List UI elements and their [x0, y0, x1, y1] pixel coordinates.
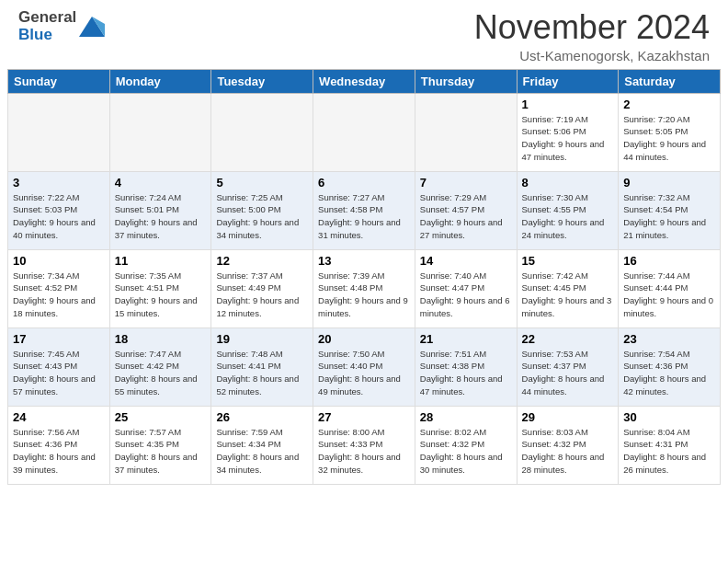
table-row: 9Sunrise: 7:32 AM Sunset: 4:54 PM Daylig… [619, 171, 721, 249]
day-number: 19 [216, 332, 308, 346]
calendar-body: 1Sunrise: 7:19 AM Sunset: 5:06 PM Daylig… [8, 93, 721, 484]
table-row: 14Sunrise: 7:40 AM Sunset: 4:47 PM Dayli… [415, 249, 517, 327]
table-row [211, 93, 313, 171]
table-row: 16Sunrise: 7:44 AM Sunset: 4:44 PM Dayli… [619, 249, 721, 327]
day-number: 25 [115, 410, 207, 424]
day-number: 18 [115, 332, 207, 346]
day-info: Sunrise: 7:39 AM Sunset: 4:48 PM Dayligh… [318, 270, 410, 320]
table-row: 13Sunrise: 7:39 AM Sunset: 4:48 PM Dayli… [313, 249, 415, 327]
day-info: Sunrise: 7:50 AM Sunset: 4:40 PM Dayligh… [318, 348, 410, 398]
logo: General Blue [18, 9, 105, 43]
day-info: Sunrise: 7:57 AM Sunset: 4:35 PM Dayligh… [115, 426, 207, 477]
day-number: 24 [13, 410, 105, 424]
table-row: 7Sunrise: 7:29 AM Sunset: 4:57 PM Daylig… [415, 171, 517, 249]
day-info: Sunrise: 7:32 AM Sunset: 4:54 PM Dayligh… [623, 191, 715, 242]
day-number: 10 [13, 254, 105, 268]
day-info: Sunrise: 7:40 AM Sunset: 4:47 PM Dayligh… [420, 270, 512, 320]
day-info: Sunrise: 7:27 AM Sunset: 4:58 PM Dayligh… [318, 191, 410, 242]
table-row: 24Sunrise: 7:56 AM Sunset: 4:36 PM Dayli… [8, 406, 110, 484]
day-info: Sunrise: 7:34 AM Sunset: 4:52 PM Dayligh… [13, 270, 105, 320]
header-friday: Friday [517, 69, 619, 93]
calendar-header: Sunday Monday Tuesday Wednesday Thursday… [8, 69, 721, 93]
header-row: Sunday Monday Tuesday Wednesday Thursday… [8, 69, 721, 93]
day-number: 15 [522, 254, 614, 268]
table-row: 22Sunrise: 7:53 AM Sunset: 4:37 PM Dayli… [517, 327, 619, 406]
table-row: 12Sunrise: 7:37 AM Sunset: 4:49 PM Dayli… [211, 249, 313, 327]
day-number: 23 [623, 332, 715, 346]
table-row: 28Sunrise: 8:02 AM Sunset: 4:32 PM Dayli… [415, 406, 517, 484]
header-thursday: Thursday [415, 69, 517, 93]
day-info: Sunrise: 8:02 AM Sunset: 4:32 PM Dayligh… [420, 426, 512, 477]
day-number: 26 [216, 410, 308, 424]
day-info: Sunrise: 8:04 AM Sunset: 4:31 PM Dayligh… [623, 426, 715, 477]
day-info: Sunrise: 7:29 AM Sunset: 4:57 PM Dayligh… [420, 191, 512, 242]
table-row: 26Sunrise: 7:59 AM Sunset: 4:34 PM Dayli… [211, 406, 313, 484]
day-number: 27 [318, 410, 410, 424]
day-info: Sunrise: 7:48 AM Sunset: 4:41 PM Dayligh… [216, 348, 308, 398]
table-row: 10Sunrise: 7:34 AM Sunset: 4:52 PM Dayli… [8, 249, 110, 327]
day-info: Sunrise: 7:19 AM Sunset: 5:06 PM Dayligh… [522, 113, 614, 164]
day-number: 11 [115, 254, 207, 268]
day-info: Sunrise: 7:37 AM Sunset: 4:49 PM Dayligh… [216, 270, 308, 320]
day-number: 30 [623, 410, 715, 424]
day-number: 8 [522, 176, 614, 190]
day-info: Sunrise: 7:53 AM Sunset: 4:37 PM Dayligh… [522, 348, 614, 398]
table-row: 15Sunrise: 7:42 AM Sunset: 4:45 PM Dayli… [517, 249, 619, 327]
day-number: 21 [420, 332, 512, 346]
table-row: 11Sunrise: 7:35 AM Sunset: 4:51 PM Dayli… [109, 249, 211, 327]
day-info: Sunrise: 7:51 AM Sunset: 4:38 PM Dayligh… [420, 348, 512, 398]
table-row: 18Sunrise: 7:47 AM Sunset: 4:42 PM Dayli… [109, 327, 211, 406]
table-row: 3Sunrise: 7:22 AM Sunset: 5:03 PM Daylig… [8, 171, 110, 249]
day-info: Sunrise: 7:35 AM Sunset: 4:51 PM Dayligh… [115, 270, 207, 320]
day-info: Sunrise: 7:47 AM Sunset: 4:42 PM Dayligh… [115, 348, 207, 398]
day-number: 14 [420, 254, 512, 268]
day-info: Sunrise: 7:54 AM Sunset: 4:36 PM Dayligh… [623, 348, 715, 398]
table-row: 20Sunrise: 7:50 AM Sunset: 4:40 PM Dayli… [313, 327, 415, 406]
table-row: 27Sunrise: 8:00 AM Sunset: 4:33 PM Dayli… [313, 406, 415, 484]
day-number: 2 [623, 98, 715, 111]
logo-icon [79, 17, 105, 37]
table-row [8, 93, 110, 171]
day-number: 16 [623, 254, 715, 268]
table-row [313, 93, 415, 171]
day-info: Sunrise: 7:59 AM Sunset: 4:34 PM Dayligh… [216, 426, 308, 477]
table-row: 29Sunrise: 8:03 AM Sunset: 4:32 PM Dayli… [517, 406, 619, 484]
month-title: November 2024 [474, 9, 710, 46]
day-number: 6 [318, 176, 410, 190]
day-number: 22 [522, 332, 614, 346]
day-info: Sunrise: 7:56 AM Sunset: 4:36 PM Dayligh… [13, 426, 105, 477]
day-number: 3 [13, 176, 105, 190]
header-wednesday: Wednesday [313, 69, 415, 93]
day-info: Sunrise: 8:03 AM Sunset: 4:32 PM Dayligh… [522, 426, 614, 477]
header: General Blue November 2024 Ust-Kamenogor… [0, 0, 728, 69]
day-info: Sunrise: 8:00 AM Sunset: 4:33 PM Dayligh… [318, 426, 410, 477]
day-number: 5 [216, 176, 308, 190]
calendar-row: 24Sunrise: 7:56 AM Sunset: 4:36 PM Dayli… [8, 406, 721, 484]
day-info: Sunrise: 7:45 AM Sunset: 4:43 PM Dayligh… [13, 348, 105, 398]
table-row: 6Sunrise: 7:27 AM Sunset: 4:58 PM Daylig… [313, 171, 415, 249]
calendar-table: Sunday Monday Tuesday Wednesday Thursday… [7, 69, 721, 485]
calendar-row: 10Sunrise: 7:34 AM Sunset: 4:52 PM Dayli… [8, 249, 721, 327]
logo-general-text: General Blue [18, 9, 76, 43]
day-number: 29 [522, 410, 614, 424]
day-info: Sunrise: 7:30 AM Sunset: 4:55 PM Dayligh… [522, 191, 614, 242]
day-number: 20 [318, 332, 410, 346]
calendar-wrapper: Sunday Monday Tuesday Wednesday Thursday… [0, 69, 728, 492]
day-info: Sunrise: 7:22 AM Sunset: 5:03 PM Dayligh… [13, 191, 105, 242]
title-section: November 2024 Ust-Kamenogorsk, Kazakhsta… [474, 9, 710, 63]
table-row: 5Sunrise: 7:25 AM Sunset: 5:00 PM Daylig… [211, 171, 313, 249]
location: Ust-Kamenogorsk, Kazakhstan [474, 48, 710, 63]
calendar-row: 1Sunrise: 7:19 AM Sunset: 5:06 PM Daylig… [8, 93, 721, 171]
day-number: 1 [522, 98, 614, 111]
day-info: Sunrise: 7:20 AM Sunset: 5:05 PM Dayligh… [623, 113, 715, 164]
day-number: 12 [216, 254, 308, 268]
day-info: Sunrise: 7:44 AM Sunset: 4:44 PM Dayligh… [623, 270, 715, 320]
day-number: 9 [623, 176, 715, 190]
table-row: 25Sunrise: 7:57 AM Sunset: 4:35 PM Dayli… [109, 406, 211, 484]
day-number: 13 [318, 254, 410, 268]
table-row [109, 93, 211, 171]
day-info: Sunrise: 7:25 AM Sunset: 5:00 PM Dayligh… [216, 191, 308, 242]
table-row: 19Sunrise: 7:48 AM Sunset: 4:41 PM Dayli… [211, 327, 313, 406]
day-info: Sunrise: 7:24 AM Sunset: 5:01 PM Dayligh… [115, 191, 207, 242]
table-row: 30Sunrise: 8:04 AM Sunset: 4:31 PM Dayli… [619, 406, 721, 484]
